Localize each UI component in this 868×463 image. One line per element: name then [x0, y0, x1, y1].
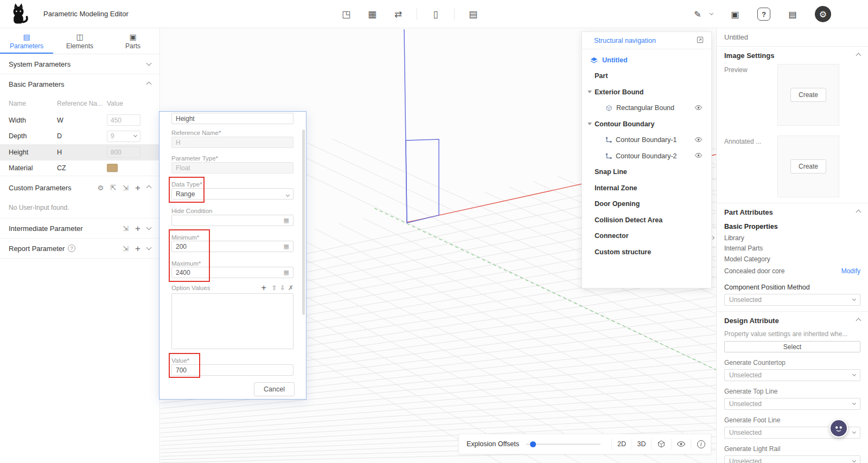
- export-icon[interactable]: ⇲: [123, 245, 129, 252]
- chevron-down-icon[interactable]: [146, 225, 152, 230]
- open-in-panel-icon[interactable]: [697, 36, 704, 45]
- tree-item-contour-boundary-2[interactable]: Contour Boundary-2: [582, 148, 711, 164]
- table-row-depth[interactable]: Depth D 9: [0, 128, 159, 145]
- chevron-up-icon[interactable]: [146, 185, 152, 190]
- tree-item-contour-boundary-1[interactable]: Contour Boundary-1: [582, 132, 711, 149]
- delete-option-icon[interactable]: ✗: [288, 284, 293, 292]
- generate-light-rail-select[interactable]: Unselected: [724, 455, 860, 463]
- tree-item-internal-zone[interactable]: Internal Zone: [582, 180, 711, 196]
- intermediate-parameter-section[interactable]: Intermediate Parameter ⇲ +: [0, 218, 159, 239]
- report-parameter-section[interactable]: Report Parameter ? ⇲ +: [0, 239, 159, 259]
- add-intermediate-parameter-icon[interactable]: +: [135, 224, 141, 233]
- view-2d-button[interactable]: 2D: [612, 434, 631, 454]
- add-custom-parameter-icon[interactable]: +: [135, 183, 141, 192]
- attr-model-category[interactable]: Model Category: [724, 253, 860, 265]
- settings-gear-icon[interactable]: ⚙: [815, 6, 831, 22]
- custom-settings-icon[interactable]: ⚙: [98, 184, 104, 191]
- eye-icon[interactable]: [694, 152, 703, 160]
- media-preview-icon[interactable]: ▣: [727, 6, 743, 22]
- chevron-up-icon[interactable]: [856, 209, 861, 215]
- move-option-up-icon[interactable]: ⇧: [272, 284, 277, 292]
- tree-item-door-opening[interactable]: Door Opening: [582, 196, 711, 213]
- help-circle-icon[interactable]: ?: [68, 245, 75, 252]
- expand-caret-icon[interactable]: [588, 91, 592, 93]
- tab-parameters[interactable]: ▤ Parameters: [0, 28, 53, 54]
- info-button[interactable]: i: [691, 434, 711, 454]
- eye-icon[interactable]: [694, 137, 703, 144]
- option-values-textarea[interactable]: [171, 293, 293, 349]
- tree-item-connector[interactable]: Connector: [582, 228, 711, 245]
- chevron-down-icon[interactable]: [146, 61, 152, 66]
- generate-top-line-select[interactable]: Unselected: [724, 398, 860, 410]
- assistant-button[interactable]: [829, 419, 848, 438]
- add-report-parameter-icon[interactable]: +: [135, 244, 141, 253]
- formula-icon[interactable]: ▦: [284, 217, 289, 224]
- chevron-up-icon[interactable]: [856, 318, 861, 323]
- data-type-select[interactable]: Range: [171, 188, 293, 200]
- tree-item-part[interactable]: Part: [582, 68, 711, 85]
- attr-concealed-door-core[interactable]: Concealed door core Modify: [724, 265, 860, 277]
- tab-parts[interactable]: ▣ Parts: [106, 28, 159, 54]
- formula-icon[interactable]: ▦: [284, 269, 289, 276]
- export-icon[interactable]: ⇲: [123, 225, 129, 232]
- view-3d-button[interactable]: 3D: [632, 434, 652, 454]
- chevron-up-icon[interactable]: [856, 53, 861, 58]
- explosion-offsets-slider[interactable]: [526, 443, 601, 445]
- minimum-input[interactable]: 200 ▦: [171, 241, 293, 252]
- export-file-icon[interactable]: ▤: [460, 0, 486, 28]
- width-value-field[interactable]: 450: [107, 114, 141, 126]
- value-input[interactable]: 700: [171, 364, 293, 376]
- attr-library[interactable]: Library: [724, 233, 860, 243]
- cube-view-button[interactable]: [652, 434, 671, 454]
- texture-library-icon[interactable]: ▦: [359, 0, 385, 28]
- height-value-field[interactable]: 800: [107, 146, 141, 158]
- depth-value-select[interactable]: 9: [107, 131, 141, 142]
- visibility-button[interactable]: [672, 434, 691, 454]
- import-icon[interactable]: ⇱: [110, 184, 116, 191]
- document-icon[interactable]: ▤: [784, 6, 801, 22]
- parameter-name-input[interactable]: Height: [171, 113, 293, 124]
- attr-basic-properties[interactable]: Basic Properties: [724, 221, 860, 233]
- formula-icon[interactable]: ▦: [284, 243, 289, 250]
- chevron-down-icon[interactable]: [146, 245, 152, 250]
- material-swatch[interactable]: [107, 164, 118, 172]
- eye-icon[interactable]: [694, 105, 703, 112]
- add-option-icon[interactable]: +: [261, 283, 266, 293]
- tree-item-rectangular-bound[interactable]: Rectangular Bound: [582, 100, 711, 117]
- tree-item-collision-detect-area[interactable]: Collision Detect Area: [582, 212, 711, 228]
- tab-elements[interactable]: ◫ Elements: [53, 28, 106, 54]
- select-button[interactable]: Select: [724, 341, 860, 352]
- export-icon[interactable]: ⇲: [123, 184, 129, 191]
- help-icon[interactable]: ?: [757, 8, 770, 21]
- attr-internal-parts[interactable]: Internal Parts: [724, 243, 860, 253]
- basic-parameters-section[interactable]: Basic Parameters: [0, 74, 159, 94]
- system-parameters-section[interactable]: System Parameters: [0, 54, 159, 74]
- slider-handle[interactable]: [530, 441, 536, 447]
- tree-item-exterior-bound[interactable]: Exterior Bound: [582, 84, 711, 100]
- design-attribute-header[interactable]: Design Attribute: [724, 312, 860, 329]
- maximum-input[interactable]: 2400 ▦: [171, 267, 293, 278]
- part-attributes-header[interactable]: Part Attributes: [724, 203, 860, 221]
- edit-pencil-icon[interactable]: ✎: [690, 6, 706, 22]
- sync-swap-icon[interactable]: ⇄: [385, 0, 411, 28]
- tree-item-contour-boundary[interactable]: Contour Boundary: [582, 116, 711, 132]
- parameter-type-input[interactable]: Float: [171, 162, 293, 173]
- table-row-width[interactable]: Width W 450: [0, 112, 159, 128]
- modify-link[interactable]: Modify: [841, 267, 860, 275]
- chevron-up-icon[interactable]: [146, 82, 152, 87]
- component-position-select[interactable]: Unselected: [724, 294, 860, 306]
- tree-item-snap-line[interactable]: Snap Line: [582, 164, 711, 181]
- tree-item-custom-structure[interactable]: Custom structure: [582, 244, 711, 260]
- model-generate-icon[interactable]: ◳: [333, 0, 359, 28]
- reference-name-input[interactable]: H: [171, 137, 293, 148]
- custom-parameters-section[interactable]: Custom Parameters ⚙ ⇱ ⇲ +: [0, 176, 159, 199]
- edit-dropdown-caret-icon[interactable]: [710, 11, 713, 15]
- cancel-button[interactable]: Cancel: [254, 382, 295, 396]
- move-option-down-icon[interactable]: ⇩: [280, 284, 285, 292]
- create-preview-button[interactable]: Create: [790, 88, 826, 102]
- image-settings-header[interactable]: Image Settings: [724, 47, 860, 64]
- hide-condition-input[interactable]: ▦: [171, 215, 293, 226]
- create-annotated-button[interactable]: Create: [790, 159, 826, 173]
- table-row-material[interactable]: Material CZ: [0, 160, 159, 177]
- tree-item-untitled[interactable]: Untitled: [582, 52, 711, 68]
